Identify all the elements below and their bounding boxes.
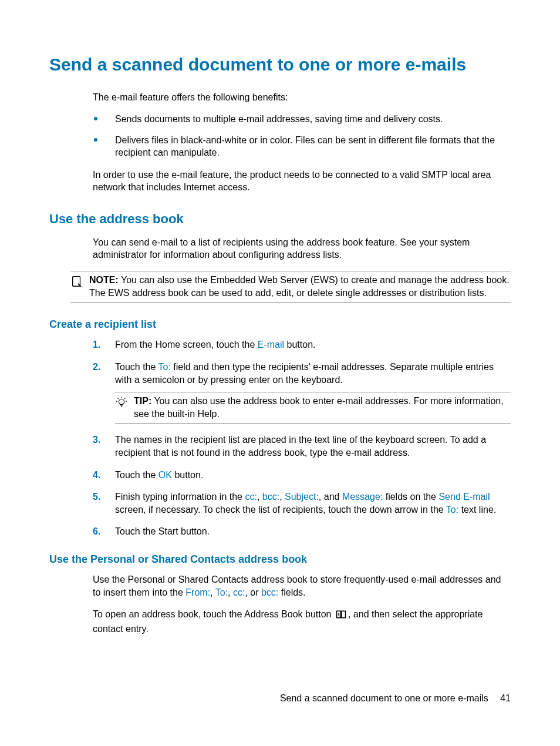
note-callout: NOTE: You can also use the Embedded Web … — [70, 271, 511, 303]
ui-subject-field: Subject: — [285, 492, 319, 502]
intro-block: The e-mail feature offers the following … — [93, 91, 511, 194]
steps-list: From the Home screen, touch the E-mail b… — [93, 338, 511, 538]
tip-label: TIP: — [134, 396, 151, 406]
ui-message-field: Message: — [342, 492, 383, 502]
intro-paragraph-2: In order to use the e-mail feature, the … — [93, 169, 511, 194]
note-text: You can also use the Embedded Web Server… — [89, 275, 510, 298]
ui-bcc-field: bcc: — [261, 587, 278, 597]
list-item: Sends documents to multiple e-mail addre… — [93, 113, 511, 126]
benefits-list: Sends documents to multiple e-mail addre… — [93, 113, 511, 159]
step-item: Finish typing information in the cc:, bc… — [93, 490, 511, 516]
section3-body: Use the Personal or Shared Contacts addr… — [93, 573, 511, 635]
step-item: Touch the OK button. — [93, 469, 511, 482]
step-item: From the Home screen, touch the E-mail b… — [93, 338, 511, 351]
address-book-icon — [335, 610, 347, 623]
tip-body: TIP: You can also use the address book t… — [134, 395, 511, 420]
intro-paragraph: The e-mail feature offers the following … — [93, 91, 511, 104]
page-title: Send a scanned document to one or more e… — [49, 53, 511, 77]
step-item: The names in the recipient list are plac… — [93, 434, 511, 459]
ui-to-field: To: — [446, 505, 458, 515]
ui-cc-field: cc: — [245, 492, 257, 502]
footer-text: Send a scanned document to one or more e… — [280, 693, 488, 703]
page-number: 41 — [500, 693, 511, 703]
section1-body: You can send e-mail to a list of recipie… — [93, 236, 511, 261]
ui-to-field: To: — [215, 587, 228, 597]
section3-paragraph-1: Use the Personal or Shared Contacts addr… — [93, 573, 511, 599]
note-label: NOTE: — [89, 275, 119, 285]
ui-from-field: From: — [185, 587, 210, 597]
note-icon — [70, 275, 86, 291]
ui-bcc-field: bcc: — [262, 492, 279, 502]
list-item: Delivers files in black-and-white or in … — [93, 134, 511, 159]
section2-body: From the Home screen, touch the E-mail b… — [93, 338, 511, 538]
document-page: Send a scanned document to one or more e… — [0, 0, 560, 746]
step-item: Touch the Start button. — [93, 525, 511, 538]
page-footer: Send a scanned document to one or more e… — [280, 692, 511, 705]
tip-icon — [115, 396, 130, 412]
svg-point-1 — [119, 399, 124, 405]
section1-paragraph: You can send e-mail to a list of recipie… — [93, 236, 511, 261]
subsection-heading-contacts: Use the Personal or Shared Contacts addr… — [49, 552, 511, 566]
step-item: Touch the To: field and then type the re… — [93, 361, 511, 424]
subsection-heading-create-list: Create a recipient list — [49, 317, 511, 331]
section-heading-address-book: Use the address book — [49, 210, 511, 228]
tip-text: You can also use the address book to ent… — [134, 396, 504, 419]
ui-to-field: To: — [158, 362, 171, 372]
tip-callout: TIP: You can also use the address book t… — [115, 392, 511, 424]
ui-ok-button: OK — [158, 470, 172, 480]
ui-cc-field: cc: — [233, 587, 245, 597]
note-body: NOTE: You can also use the Embedded Web … — [89, 274, 511, 299]
section3-paragraph-2: To open an address book, touch the Addre… — [93, 608, 511, 635]
ui-email-button: E-mail — [258, 340, 284, 350]
ui-send-email-screen: Send E-mail — [438, 492, 490, 502]
